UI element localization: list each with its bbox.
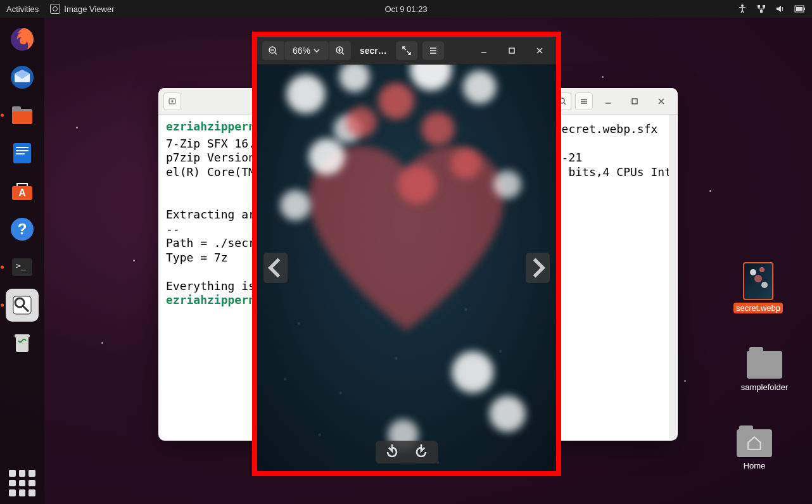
svg-rect-10: [12, 106, 21, 110]
svg-point-29: [754, 275, 762, 282]
svg-point-73: [398, 165, 436, 204]
svg-rect-25: [16, 337, 29, 352]
desktop-home[interactable]: Home: [726, 429, 783, 470]
dock-files[interactable]: [6, 99, 39, 132]
rotate-toolbar: [376, 441, 438, 463]
show-applications[interactable]: [9, 470, 35, 496]
svg-rect-6: [796, 7, 802, 11]
svg-rect-11: [12, 111, 32, 124]
dock-firefox[interactable]: [6, 23, 39, 56]
svg-point-70: [346, 106, 377, 137]
svg-rect-54: [509, 48, 514, 53]
svg-rect-26: [15, 334, 30, 337]
svg-rect-1: [758, 5, 760, 8]
svg-point-65: [452, 351, 493, 393]
zoom-level-label: 66%: [293, 46, 310, 56]
prev-image-button[interactable]: [263, 253, 288, 283]
volume-icon[interactable]: [775, 4, 785, 14]
viewer-maximize-button[interactable]: [500, 41, 523, 60]
viewer-menu-button[interactable]: [422, 41, 444, 60]
svg-rect-2: [763, 5, 765, 8]
svg-point-72: [450, 148, 481, 179]
zoom-out-button[interactable]: [262, 41, 284, 60]
image-viewer-window-highlighted: 66% secr…: [252, 32, 561, 476]
svg-point-69: [378, 83, 414, 119]
network-icon[interactable]: [756, 4, 766, 14]
rotate-left-button[interactable]: [378, 443, 406, 461]
dock-trash[interactable]: [6, 327, 39, 360]
svg-line-45: [275, 53, 277, 54]
viewer-image-area[interactable]: [257, 65, 556, 471]
image-viewer-icon: [50, 4, 60, 14]
next-image-button[interactable]: [526, 253, 550, 283]
svg-point-66: [490, 396, 526, 432]
svg-text:>_: >_: [16, 261, 26, 270]
svg-point-63: [280, 190, 310, 220]
clock[interactable]: Oct 9 01:23: [384, 4, 427, 14]
svg-text:?: ?: [18, 220, 27, 237]
dock-help[interactable]: ?: [6, 213, 39, 246]
battery-icon[interactable]: [794, 5, 806, 13]
top-bar: Activities Image Viewer Oct 9 01:23: [0, 0, 812, 18]
new-tab-button[interactable]: [163, 92, 181, 110]
hamburger-menu[interactable]: [575, 92, 593, 110]
svg-rect-40: [632, 99, 637, 104]
svg-point-58: [286, 75, 325, 113]
zoom-in-button[interactable]: [329, 41, 351, 60]
viewer-minimize-button[interactable]: [473, 41, 495, 60]
svg-rect-14: [16, 150, 29, 151]
svg-point-71: [421, 112, 455, 146]
dock-writer[interactable]: [6, 137, 39, 170]
svg-point-74: [298, 322, 300, 325]
svg-point-61: [463, 70, 497, 104]
minimize-button[interactable]: [597, 92, 619, 111]
viewer-filename: secr…: [360, 46, 387, 56]
activities-button[interactable]: Activities: [6, 4, 39, 14]
dock-terminal[interactable]: >_: [6, 251, 39, 284]
svg-rect-13: [16, 147, 29, 148]
svg-rect-5: [804, 8, 805, 10]
viewer-close-button[interactable]: [528, 41, 551, 60]
svg-point-28: [759, 267, 764, 272]
svg-point-79: [319, 433, 321, 436]
svg-line-35: [564, 103, 566, 104]
svg-point-76: [395, 357, 397, 360]
desktop-file-label: secret.webp: [733, 303, 783, 313]
svg-point-81: [284, 377, 286, 380]
desktop-home-label: Home: [744, 461, 766, 470]
svg-text:A: A: [18, 187, 26, 198]
svg-point-27: [750, 269, 756, 275]
image-viewer-window: 66% secr…: [257, 37, 556, 471]
accessibility-icon[interactable]: [737, 4, 747, 14]
svg-point-77: [464, 308, 467, 311]
app-name-label: Image Viewer: [64, 4, 114, 14]
dock: A ? >_: [0, 18, 44, 504]
current-app[interactable]: Image Viewer: [50, 4, 114, 14]
rotate-right-button[interactable]: [407, 443, 435, 461]
svg-point-0: [741, 4, 744, 7]
desktop-file-secret[interactable]: secret.webp: [730, 262, 787, 313]
fullscreen-button[interactable]: [396, 41, 417, 60]
desktop-folder-label: samplefolder: [741, 382, 788, 392]
svg-rect-3: [760, 10, 763, 13]
desktop-folder-sample[interactable]: samplefolder: [736, 351, 793, 392]
scrollbar[interactable]: [669, 115, 676, 439]
viewer-toolbar: 66% secr…: [257, 37, 556, 65]
terminal-output-right: secret.webp.sfx 5-21 4 bits,4 CPUs Int: [555, 122, 671, 179]
close-button[interactable]: [650, 92, 673, 111]
svg-point-64: [493, 170, 521, 198]
dock-software[interactable]: A: [6, 175, 39, 208]
svg-point-75: [339, 391, 342, 394]
dock-image-viewer[interactable]: [6, 289, 39, 322]
maximize-button[interactable]: [623, 92, 646, 111]
dock-thunderbird[interactable]: [6, 61, 39, 94]
svg-rect-15: [16, 153, 25, 154]
svg-point-30: [761, 282, 768, 288]
svg-point-62: [308, 139, 345, 175]
svg-point-78: [499, 350, 502, 353]
zoom-level-dropdown[interactable]: 66%: [284, 41, 329, 60]
svg-line-49: [342, 53, 344, 54]
